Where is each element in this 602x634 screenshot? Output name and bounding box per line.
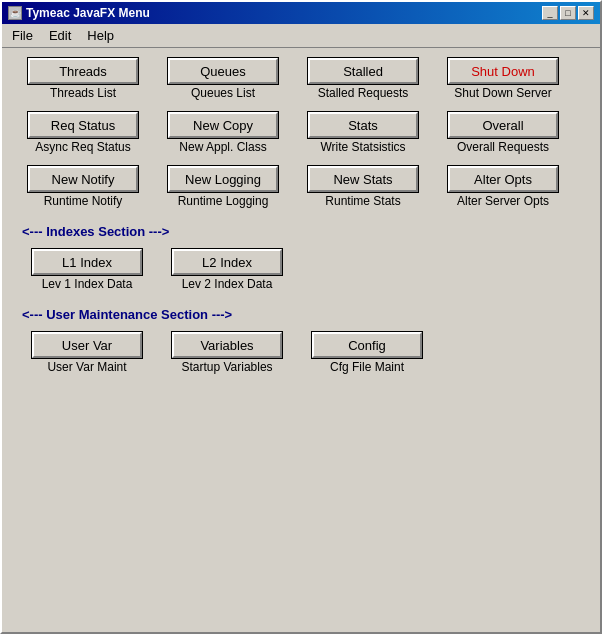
newstats-label: Runtime Stats bbox=[325, 194, 400, 208]
newcopy-cell: New Copy New Appl. Class bbox=[158, 112, 288, 154]
stalled-button[interactable]: Stalled bbox=[308, 58, 418, 84]
menu-edit[interactable]: Edit bbox=[43, 26, 77, 45]
button-grid-row2: Req Status Async Req Status New Copy New… bbox=[18, 112, 584, 154]
title-bar: ☕ Tymeac JavaFX Menu _ □ ✕ bbox=[2, 2, 600, 24]
newlogging-button[interactable]: New Logging bbox=[168, 166, 278, 192]
newcopy-label: New Appl. Class bbox=[179, 140, 266, 154]
menu-bar: File Edit Help bbox=[2, 24, 600, 48]
variables-button[interactable]: Variables bbox=[172, 332, 282, 358]
app-icon: ☕ bbox=[8, 6, 22, 20]
uservar-cell: User Var User Var Maint bbox=[22, 332, 152, 374]
indexes-grid: L1 Index Lev 1 Index Data L2 Index Lev 2… bbox=[22, 249, 584, 291]
minimize-button[interactable]: _ bbox=[542, 6, 558, 20]
l2index-cell: L2 Index Lev 2 Index Data bbox=[162, 249, 292, 291]
stalled-cell: Stalled Stalled Requests bbox=[298, 58, 428, 100]
threads-button[interactable]: Threads bbox=[28, 58, 138, 84]
overall-button[interactable]: Overall bbox=[448, 112, 558, 138]
user-grid: User Var User Var Maint Variables Startu… bbox=[22, 332, 584, 374]
newstats-button[interactable]: New Stats bbox=[308, 166, 418, 192]
indexes-section-header: <--- Indexes Section ---> bbox=[22, 224, 584, 239]
stats-button[interactable]: Stats bbox=[308, 112, 418, 138]
title-bar-left: ☕ Tymeac JavaFX Menu bbox=[8, 6, 150, 20]
overall-label: Overall Requests bbox=[457, 140, 549, 154]
button-grid-row1: Threads Threads List Queues Queues List … bbox=[18, 58, 584, 100]
threads-label: Threads List bbox=[50, 86, 116, 100]
alteropts-button[interactable]: Alter Opts bbox=[448, 166, 558, 192]
main-window: ☕ Tymeac JavaFX Menu _ □ ✕ File Edit Hel… bbox=[0, 0, 602, 634]
reqstatus-label: Async Req Status bbox=[35, 140, 130, 154]
reqstatus-button[interactable]: Req Status bbox=[28, 112, 138, 138]
shutdown-button[interactable]: Shut Down bbox=[448, 58, 558, 84]
stats-label: Write Statsistics bbox=[320, 140, 405, 154]
queues-label: Queues List bbox=[191, 86, 255, 100]
newstats-cell: New Stats Runtime Stats bbox=[298, 166, 428, 208]
title-buttons: _ □ ✕ bbox=[542, 6, 594, 20]
newlogging-label: Runtime Logging bbox=[178, 194, 269, 208]
shutdown-cell: Shut Down Shut Down Server bbox=[438, 58, 568, 100]
config-label: Cfg File Maint bbox=[330, 360, 404, 374]
menu-file[interactable]: File bbox=[6, 26, 39, 45]
l1index-cell: L1 Index Lev 1 Index Data bbox=[22, 249, 152, 291]
newcopy-button[interactable]: New Copy bbox=[168, 112, 278, 138]
l2index-label: Lev 2 Index Data bbox=[182, 277, 273, 291]
reqstatus-cell: Req Status Async Req Status bbox=[18, 112, 148, 154]
content-area: Threads Threads List Queues Queues List … bbox=[2, 48, 600, 632]
config-button[interactable]: Config bbox=[312, 332, 422, 358]
threads-cell: Threads Threads List bbox=[18, 58, 148, 100]
stalled-label: Stalled Requests bbox=[318, 86, 409, 100]
shutdown-label: Shut Down Server bbox=[454, 86, 551, 100]
newlogging-cell: New Logging Runtime Logging bbox=[158, 166, 288, 208]
maximize-button[interactable]: □ bbox=[560, 6, 576, 20]
alteropts-cell: Alter Opts Alter Server Opts bbox=[438, 166, 568, 208]
stats-cell: Stats Write Statsistics bbox=[298, 112, 428, 154]
l1index-label: Lev 1 Index Data bbox=[42, 277, 133, 291]
window-title: Tymeac JavaFX Menu bbox=[26, 6, 150, 20]
overall-cell: Overall Overall Requests bbox=[438, 112, 568, 154]
variables-label: Startup Variables bbox=[181, 360, 272, 374]
newnotify-label: Runtime Notify bbox=[44, 194, 123, 208]
newnotify-cell: New Notify Runtime Notify bbox=[18, 166, 148, 208]
menu-help[interactable]: Help bbox=[81, 26, 120, 45]
variables-cell: Variables Startup Variables bbox=[162, 332, 292, 374]
alteropts-label: Alter Server Opts bbox=[457, 194, 549, 208]
user-section-header: <--- User Maintenance Section ---> bbox=[22, 307, 584, 322]
queues-cell: Queues Queues List bbox=[158, 58, 288, 100]
config-cell: Config Cfg File Maint bbox=[302, 332, 432, 374]
uservar-button[interactable]: User Var bbox=[32, 332, 142, 358]
newnotify-button[interactable]: New Notify bbox=[28, 166, 138, 192]
l1index-button[interactable]: L1 Index bbox=[32, 249, 142, 275]
button-grid-row3: New Notify Runtime Notify New Logging Ru… bbox=[18, 166, 584, 208]
l2index-button[interactable]: L2 Index bbox=[172, 249, 282, 275]
close-button[interactable]: ✕ bbox=[578, 6, 594, 20]
uservar-label: User Var Maint bbox=[47, 360, 126, 374]
queues-button[interactable]: Queues bbox=[168, 58, 278, 84]
